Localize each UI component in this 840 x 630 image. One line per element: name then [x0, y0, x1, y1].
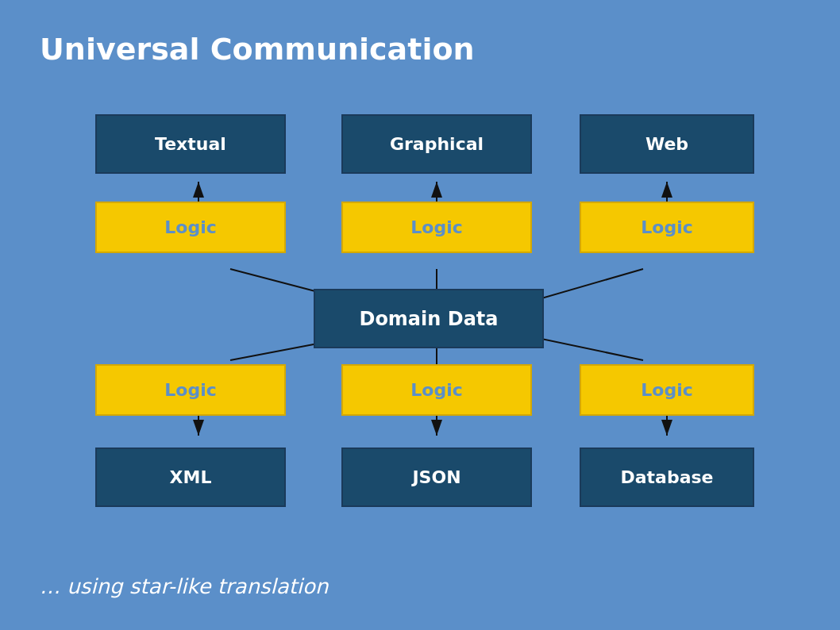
- logic-bottom-right: Logic: [580, 364, 754, 416]
- page-title: Universal Communication: [40, 32, 800, 67]
- json-node: JSON: [341, 448, 532, 507]
- logic-bottom-left: Logic: [95, 364, 286, 416]
- logic-top-center: Logic: [341, 202, 532, 253]
- slide: Universal Communication: [0, 0, 840, 630]
- logic-bottom-center: Logic: [341, 364, 532, 416]
- web-node: Web: [580, 114, 754, 174]
- logic-top-right: Logic: [580, 202, 754, 253]
- xml-node: XML: [95, 448, 286, 507]
- graphical-node: Graphical: [341, 114, 532, 174]
- textual-node: Textual: [95, 114, 286, 174]
- diagram-area: Textual Graphical Web Logic Logic Logic …: [40, 98, 800, 511]
- domain-data-node: Domain Data: [314, 289, 544, 348]
- footer-text: … using star-like translation: [40, 574, 328, 598]
- logic-top-left: Logic: [95, 202, 286, 253]
- database-node: Database: [580, 448, 754, 507]
